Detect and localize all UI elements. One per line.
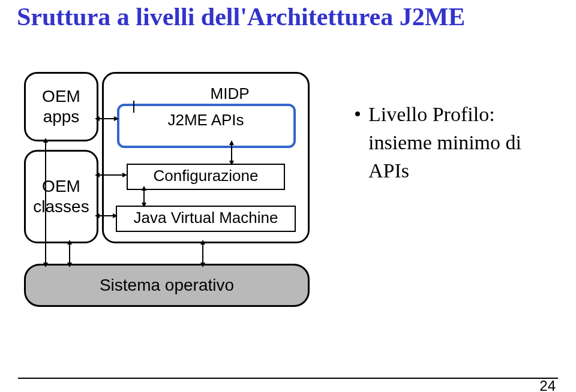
box-oem-apps: OEM apps	[24, 72, 98, 141]
box-os: Sistema operativo	[24, 264, 310, 307]
svg-marker-4	[95, 173, 100, 177]
svg-marker-2	[114, 116, 119, 121]
box-jvm: Java Virtual Machine	[116, 206, 296, 232]
svg-marker-20	[67, 240, 72, 245]
box-configurazione: Configurazione	[127, 164, 285, 190]
svg-marker-23	[200, 240, 205, 245]
slide-number: 24	[539, 378, 556, 392]
arrow-config-to-jvm	[139, 186, 149, 207]
box-platform-stack: MIDP J2ME APIs Configurazione Java Virtu…	[102, 72, 310, 243]
svg-marker-5	[122, 173, 127, 177]
arrow-stack-to-os	[198, 240, 208, 267]
arrow-oemclasses-to-os	[65, 240, 74, 267]
label-oem-apps-1: OEM	[42, 86, 80, 107]
label-oem-apps-2: apps	[43, 107, 80, 127]
footer-divider	[18, 378, 558, 379]
label-os: Sistema operativo	[100, 276, 234, 295]
arrow-oemclasses-to-config	[95, 170, 127, 180]
svg-marker-8	[113, 213, 118, 218]
arrow-midp-to-apis	[129, 101, 139, 113]
label-midp: MIDP	[200, 85, 260, 103]
svg-marker-17	[43, 138, 48, 143]
svg-marker-18	[43, 263, 48, 267]
bullet-text: • Livello Profilo: insieme minimo di API…	[354, 101, 564, 185]
label-j2me-apis: J2ME APIs	[128, 111, 284, 129]
arrow-apis-to-config	[227, 140, 236, 165]
arrow-oemapps-to-apis	[95, 114, 119, 123]
architecture-diagram: OEM apps OEM classes MIDP J2ME APIs Conf…	[24, 72, 336, 324]
svg-marker-24	[200, 263, 205, 267]
svg-marker-12	[229, 161, 234, 165]
bullet-line-3: APIs	[368, 157, 409, 185]
svg-marker-7	[95, 213, 100, 218]
bullet-line-2: insieme minimo di	[368, 129, 521, 157]
bullet-line-1: Livello Profilo:	[368, 101, 495, 129]
svg-marker-14	[142, 186, 146, 191]
arrow-oemclasses-to-jvm	[95, 211, 118, 221]
label-configurazione: Configurazione	[154, 167, 259, 185]
box-oem-classes: OEM classes	[24, 150, 98, 243]
arrow-oemapps-to-os	[41, 138, 50, 267]
label-jvm: Java Virtual Machine	[134, 209, 278, 227]
svg-marker-21	[67, 263, 72, 267]
bullet-dot-icon: •	[354, 101, 368, 129]
page-title: Sruttura a livelli dell'Architetturea J2…	[17, 2, 465, 31]
svg-marker-1	[95, 116, 100, 121]
svg-marker-15	[142, 203, 146, 207]
svg-marker-11	[229, 140, 234, 145]
